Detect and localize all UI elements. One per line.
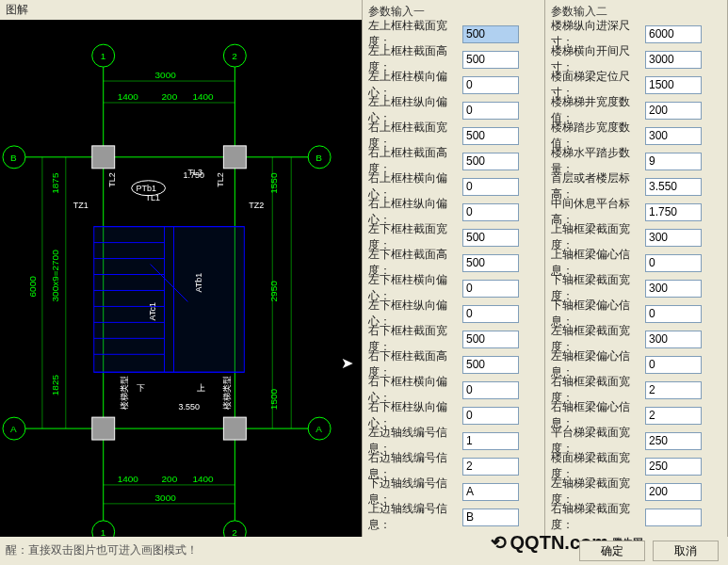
svg-rect-39: [92, 146, 115, 169]
svg-text:2: 2: [232, 51, 237, 61]
svg-text:1500: 1500: [268, 389, 279, 411]
svg-rect-43: [94, 227, 245, 373]
param-input[interactable]: [462, 203, 519, 221]
param-input[interactable]: [645, 407, 702, 425]
svg-text:1400: 1400: [192, 474, 214, 484]
diagram-title: 图解: [0, 0, 362, 20]
param-input[interactable]: [462, 305, 519, 323]
svg-rect-41: [92, 417, 115, 440]
svg-text:3000: 3000: [155, 70, 177, 80]
svg-text:3.550: 3.550: [179, 402, 200, 412]
param-input[interactable]: [462, 432, 519, 450]
param-input[interactable]: [462, 51, 519, 69]
svg-text:TL2: TL2: [107, 172, 117, 186]
svg-text:楼梯类型: 楼梯类型: [222, 376, 232, 410]
param-input[interactable]: [645, 381, 702, 399]
param-input[interactable]: [462, 76, 519, 94]
param-input[interactable]: [462, 153, 519, 170]
param-input[interactable]: [645, 178, 702, 196]
svg-text:200: 200: [162, 474, 178, 484]
svg-text:200: 200: [162, 91, 178, 102]
svg-text:TZ2: TZ2: [249, 201, 264, 210]
cancel-button[interactable]: 取消: [653, 541, 719, 561]
svg-text:3000: 3000: [155, 492, 177, 503]
svg-text:1400: 1400: [118, 91, 139, 102]
svg-text:1550: 1550: [268, 172, 279, 194]
param-input[interactable]: [645, 305, 702, 323]
param-input[interactable]: [462, 508, 519, 526]
param-input[interactable]: [462, 483, 519, 501]
param-input[interactable]: [462, 458, 519, 476]
svg-text:6000: 6000: [27, 276, 38, 298]
svg-text:A: A: [315, 424, 322, 434]
svg-text:TL2: TL2: [216, 172, 225, 186]
diagram-panel: 图解 1 2 1 2 B A B A: [0, 0, 363, 537]
param-input[interactable]: [645, 331, 702, 348]
param-input[interactable]: [462, 229, 519, 247]
param-label: 上边轴线编号信息：: [368, 501, 462, 533]
param-input[interactable]: [462, 178, 519, 196]
param-input[interactable]: [462, 381, 519, 399]
svg-text:1.750: 1.750: [183, 170, 203, 180]
param-input[interactable]: [462, 102, 519, 120]
param-input[interactable]: [462, 407, 519, 425]
param-input[interactable]: [645, 51, 702, 69]
ok-button[interactable]: 确定: [579, 541, 645, 561]
svg-text:ATb1: ATb1: [194, 273, 203, 293]
svg-text:1875: 1875: [50, 172, 60, 194]
param-input[interactable]: [645, 458, 702, 476]
svg-text:300x9=2700: 300x9=2700: [50, 250, 60, 302]
param-input[interactable]: [462, 356, 519, 374]
cursor-icon: ➤: [341, 354, 353, 372]
svg-text:ATc1: ATc1: [148, 302, 157, 320]
param-input[interactable]: [462, 254, 519, 272]
diagram-canvas[interactable]: 1 2 1 2 B A B A 3000 1400: [0, 20, 362, 537]
svg-text:1: 1: [101, 51, 106, 61]
param-input[interactable]: [645, 508, 702, 526]
svg-text:1825: 1825: [50, 375, 60, 396]
param-panel-2: 参数输入二 楼梯纵向进深尺寸：楼梯横向开间尺寸：楼面梯梁定位尺寸：楼梯梯井宽度数…: [545, 0, 728, 537]
svg-text:楼梯类型: 楼梯类型: [120, 376, 129, 410]
param-input[interactable]: [645, 356, 702, 374]
param-input[interactable]: [645, 229, 702, 247]
svg-text:PTb1: PTb1: [137, 184, 156, 193]
svg-text:TZ1: TZ1: [73, 201, 89, 210]
svg-text:1400: 1400: [192, 91, 214, 102]
svg-text:上: 上: [197, 383, 205, 393]
svg-text:B: B: [10, 153, 17, 163]
param-input[interactable]: [645, 76, 702, 94]
svg-text:1400: 1400: [118, 474, 139, 484]
svg-text:1: 1: [101, 527, 106, 537]
svg-text:2950: 2950: [268, 281, 279, 302]
param-panel-1: 参数输入一 左上框柱截面宽度：左上框柱截面高度：左上框柱横向偏心：左上框柱纵向偏…: [363, 0, 545, 537]
param-input[interactable]: [645, 280, 702, 298]
svg-rect-40: [223, 146, 246, 169]
param-input[interactable]: [645, 254, 702, 272]
svg-text:2: 2: [232, 527, 237, 537]
param-input[interactable]: [645, 203, 702, 221]
param-input[interactable]: [645, 153, 702, 170]
param-input[interactable]: [645, 25, 702, 43]
svg-text:B: B: [315, 153, 322, 163]
param-input[interactable]: [462, 331, 519, 348]
param-label: 右轴梯梁截面宽度：: [551, 501, 645, 533]
param-input[interactable]: [462, 280, 519, 298]
param-input[interactable]: [462, 25, 519, 43]
param-input[interactable]: [645, 432, 702, 450]
param-input[interactable]: [645, 102, 702, 120]
param-input[interactable]: [645, 127, 702, 145]
svg-text:A: A: [10, 424, 17, 434]
svg-rect-42: [223, 417, 246, 440]
param-input[interactable]: [645, 483, 702, 501]
svg-text:下: 下: [137, 383, 145, 393]
param-input[interactable]: [462, 127, 519, 145]
